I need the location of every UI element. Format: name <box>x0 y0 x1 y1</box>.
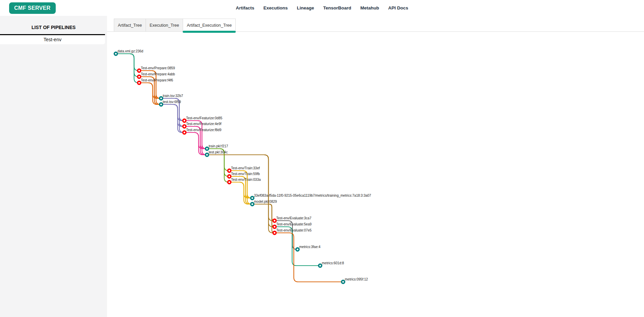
graph-node-execution[interactable] <box>183 119 186 122</box>
graph-node-execution[interactable] <box>183 125 186 128</box>
main-panel: Artifact_Tree Execution_Tree Artifact_Ex… <box>107 16 644 317</box>
graph-node-execution[interactable] <box>138 69 141 72</box>
graph-node-artifact[interactable] <box>206 147 209 150</box>
graph-node-execution[interactable] <box>273 219 276 222</box>
graph-node-artifact[interactable] <box>160 103 163 106</box>
graph-node-execution[interactable] <box>228 169 231 172</box>
sidebar: LIST OF PIPELINES Test-env <box>0 16 107 317</box>
graph-node-artifact[interactable] <box>319 264 322 267</box>
nav-item-api-docs[interactable]: API Docs <box>388 5 408 10</box>
graph-node-execution[interactable] <box>228 181 231 184</box>
graph-node-execution[interactable] <box>228 175 231 178</box>
top-nav: Artifacts Executions Lineage TensorBoard… <box>236 0 408 16</box>
graph-node-execution[interactable] <box>138 75 141 78</box>
brand-button[interactable]: CMF SERVER <box>9 2 56 14</box>
pipeline-item-test-env[interactable]: Test-env <box>0 35 105 44</box>
tab-execution-tree[interactable]: Execution_Tree <box>146 19 183 31</box>
nav-item-artifacts[interactable]: Artifacts <box>236 5 254 10</box>
graph-node-artifact[interactable] <box>206 153 209 156</box>
header: CMF SERVER Artifacts Executions Lineage … <box>0 0 644 16</box>
content-area: LIST OF PIPELINES Test-env Artifact_Tree… <box>0 16 644 317</box>
graph-node-artifact[interactable] <box>160 97 163 100</box>
graph-node-execution[interactable] <box>183 131 186 134</box>
graph-node-artifact[interactable] <box>114 52 118 55</box>
nav-item-tensorboard[interactable]: TensorBoard <box>323 5 351 10</box>
nav-item-metahub[interactable]: Metahub <box>360 5 379 10</box>
tab-bar: Artifact_Tree Execution_Tree Artifact_Ex… <box>107 19 644 32</box>
graph-node-artifact[interactable] <box>251 203 254 206</box>
graph-node-execution[interactable] <box>138 81 141 84</box>
nav-item-executions[interactable]: Executions <box>263 5 288 10</box>
graph-node-artifact[interactable] <box>251 197 254 200</box>
graph-node-execution[interactable] <box>273 231 276 235</box>
graph-node-execution[interactable] <box>273 225 276 228</box>
nav-item-lineage[interactable]: Lineage <box>297 5 314 10</box>
graph-node-artifact[interactable] <box>296 248 299 251</box>
tab-artifact-execution-tree[interactable]: Artifact_Execution_Tree <box>183 19 236 31</box>
pipelines-title: LIST OF PIPELINES <box>0 25 107 30</box>
graph-node-artifact[interactable] <box>342 281 345 284</box>
tab-artifact-tree[interactable]: Artifact_Tree <box>114 19 146 31</box>
